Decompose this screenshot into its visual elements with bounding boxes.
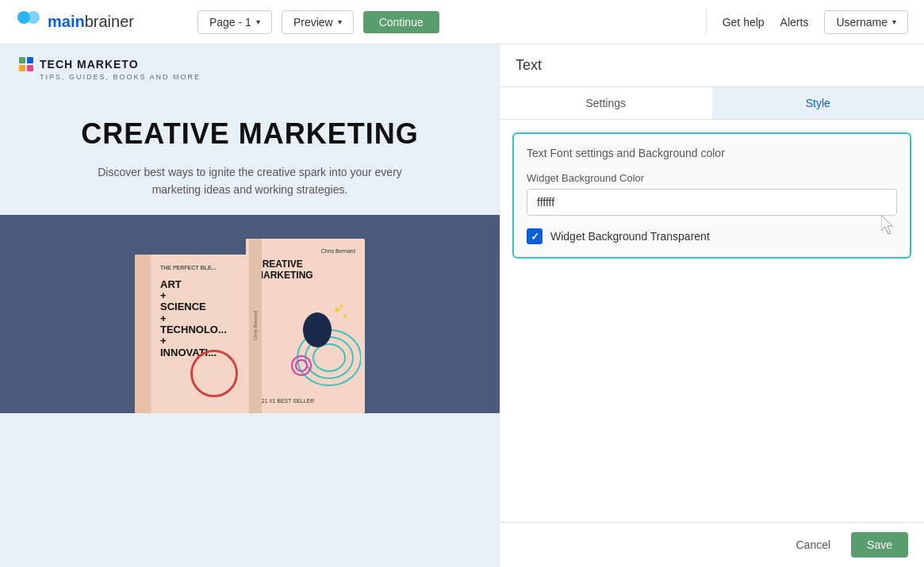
preview-button[interactable]: Preview ▾ [282, 10, 354, 34]
logo-text: mainbrainer [48, 13, 134, 31]
right-panel: Text Settings Style Text Font settings a… [500, 44, 924, 567]
widget-header: Text [500, 44, 924, 87]
hero-title: CREATIVE MARKETING [32, 117, 468, 151]
alerts-button[interactable]: Alerts [780, 16, 809, 29]
book-bestseller-badge: 2021 #1 BEST SELLER [255, 398, 314, 404]
site-logo-area: TECH MARKETO [19, 57, 481, 71]
site-header: TECH MARKETO TIPS, GUIDES, BOOKS AND MOR… [0, 44, 500, 94]
cancel-button[interactable]: Cancel [783, 532, 843, 557]
nav-center: Page - 1 ▾ Preview ▾ Continue [197, 10, 439, 34]
style-panel-title: Text Font settings and Background color [527, 147, 897, 159]
transparent-checkbox-row: Widget Background Transparent [527, 228, 897, 244]
books-section: THE PERFECT BLE... ART+SCIENCE+TECHNOLO.… [0, 215, 500, 413]
site-tagline: TIPS, GUIDES, BOOKS AND MORE [40, 73, 481, 81]
bg-color-label: Widget Background Color [527, 172, 897, 184]
logo-cell-4 [27, 65, 33, 71]
site-logo-grid-icon [19, 57, 33, 71]
page-dropdown-chevron-icon: ▾ [256, 17, 260, 26]
svg-point-7 [296, 360, 307, 371]
book-circle-decoration [190, 350, 238, 397]
logo-link[interactable]: mainbrainer [16, 10, 134, 35]
books-container: THE PERFECT BLE... ART+SCIENCE+TECHNOLO.… [135, 239, 365, 413]
svg-point-8 [335, 308, 339, 312]
book-left: THE PERFECT BLE... ART+SCIENCE+TECHNOLO.… [135, 255, 246, 413]
preview-chevron-icon: ▾ [338, 17, 342, 26]
logo-cell-1 [19, 57, 25, 63]
transparent-label: Widget Background Transparent [550, 230, 710, 243]
bg-color-input[interactable] [527, 189, 897, 216]
site-brand-name: TECH MARKETO [40, 58, 139, 71]
logo-cell-3 [19, 65, 25, 71]
page-dropdown-button[interactable]: Page - 1 ▾ [197, 10, 272, 34]
page-dropdown-label: Page - 1 [209, 16, 251, 29]
book-right: Chris Bernard CREATIVE MARKETING [246, 239, 365, 413]
nav-divider [706, 10, 707, 34]
panel-content: Text Font settings and Background color … [500, 120, 924, 567]
book-art-text: ART+SCIENCE+TECHNOLO...+INNOVATI... [160, 279, 238, 358]
svg-point-9 [343, 315, 347, 318]
hero-section: CREATIVE MARKETING Discover best ways to… [0, 94, 500, 199]
main-area: TECH MARKETO TIPS, GUIDES, BOOKS AND MOR… [0, 44, 924, 567]
canvas-panel: TECH MARKETO TIPS, GUIDES, BOOKS AND MOR… [0, 44, 500, 567]
continue-button[interactable]: Continue [363, 11, 439, 33]
tab-settings[interactable]: Settings [500, 87, 712, 119]
bg-color-field: Widget Background Color [527, 172, 897, 216]
style-panel: Text Font settings and Background color … [512, 132, 911, 259]
widget-tabs: Settings Style [500, 87, 924, 120]
book-author: Chris Bernard [255, 248, 355, 254]
book-left-spine [135, 255, 151, 413]
tab-style[interactable]: Style [712, 87, 925, 119]
transparent-checkbox[interactable] [527, 228, 543, 244]
nav-right: Get help Alerts Username ▾ [706, 10, 908, 34]
book-series-text: THE PERFECT BLE... [160, 264, 238, 271]
username-chevron-icon: ▾ [892, 17, 896, 26]
book-right-spine-text: Chris Bernard [249, 239, 262, 413]
svg-point-1 [27, 11, 40, 24]
svg-point-4 [313, 344, 345, 371]
username-label: Username [836, 16, 888, 29]
book-right-title: CREATIVE MARKETING [255, 259, 355, 282]
logo-cell-2 [27, 57, 33, 63]
book-art-decoration [282, 294, 361, 389]
username-button[interactable]: Username ▾ [824, 10, 908, 34]
svg-point-5 [303, 312, 332, 347]
logo-icon [16, 10, 41, 35]
svg-point-10 [339, 305, 343, 308]
panel-footer: Cancel Save [500, 522, 924, 567]
hero-text: Discover best ways to ignite the creativ… [91, 163, 408, 199]
get-help-button[interactable]: Get help [723, 16, 765, 29]
widget-title: Text [516, 57, 542, 73]
save-button[interactable]: Save [851, 532, 908, 557]
preview-label: Preview [293, 16, 333, 29]
top-navigation: mainbrainer Page - 1 ▾ Preview ▾ Continu… [0, 0, 924, 44]
